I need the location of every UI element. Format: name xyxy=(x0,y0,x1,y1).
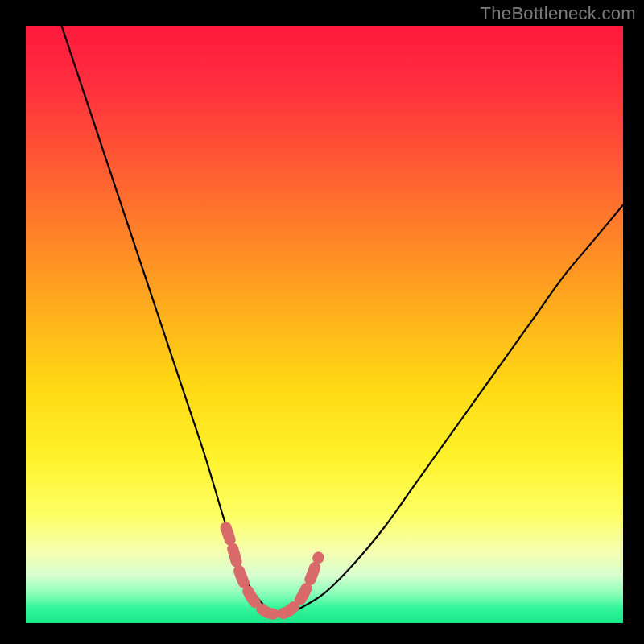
gradient-background xyxy=(26,26,623,623)
watermark-text: TheBottleneck.com xyxy=(481,3,636,24)
chart-stage: TheBottleneck.com xyxy=(0,0,644,644)
bottleneck-chart xyxy=(0,0,644,644)
